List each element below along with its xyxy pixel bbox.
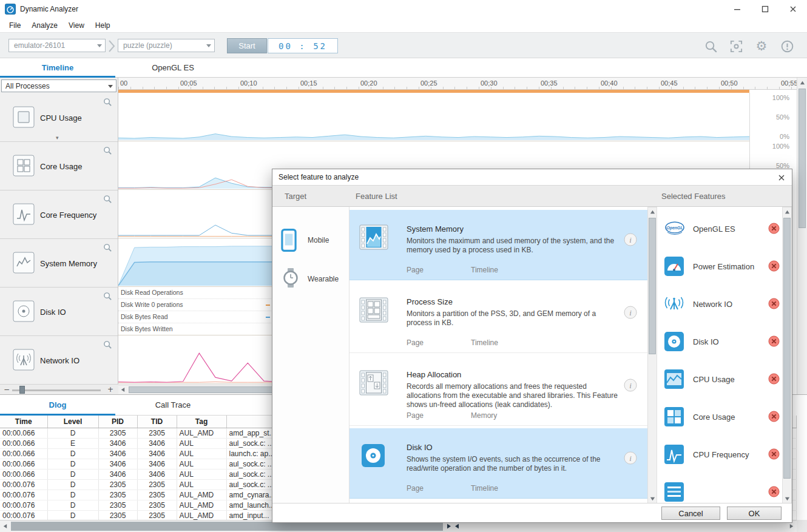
scroll-up-button[interactable] [783,207,791,217]
info-button[interactable]: i [624,379,637,392]
remove-feature-button[interactable] [768,373,780,385]
chart-sparkline [118,95,749,140]
info-button[interactable]: i [624,306,637,319]
feature-item-heap-allocation[interactable]: Heap AllocationRecords all memory alloca… [349,355,647,426]
cpu-usage-chart[interactable] [118,93,749,141]
selected-feature-opengl-es[interactable]: OpenGLOpenGL ES [659,210,782,247]
search-button[interactable] [703,38,718,54]
remove-feature-button[interactable] [768,448,780,460]
scroll-thumb[interactable] [649,218,656,354]
cancel-button[interactable]: Cancel [661,507,720,520]
scroll-thumb[interactable] [11,522,443,531]
screenshot-button[interactable] [728,38,744,54]
selected-feature-disk-io[interactable]: Disk IO [659,323,782,360]
zoom-out-button[interactable]: − [4,385,10,394]
dialog-close-button[interactable] [777,173,786,183]
info-button[interactable]: i [624,451,637,465]
scroll-left-button[interactable] [118,385,127,394]
selected-features-scrollbar[interactable] [782,207,792,504]
remove-feature-button[interactable] [768,298,780,309]
scroll-split-buttons[interactable] [446,523,460,530]
scroll-down-button[interactable] [783,494,791,503]
feature-item-system-memory[interactable]: System MemoryMonitors the maximum and us… [349,210,647,280]
log-column-header-tid[interactable]: TID [137,416,177,428]
device-select[interactable]: emulator-26101 [8,39,106,52]
timer-display: 00 : 52 [268,38,338,53]
zoom-magnifier-button[interactable] [103,146,112,155]
zoom-magnifier-button[interactable] [103,243,112,252]
sidebar-item-core-usage[interactable]: Core Usage [0,142,118,190]
target-column-header: Target [285,186,306,207]
selected-feature-core-usage[interactable]: Core Usage [659,398,782,436]
feature-item-process-size[interactable]: Process SizeMonitors a partition of the … [349,283,647,353]
selected-feature-partial[interactable] [659,473,782,504]
log-cell: D [47,469,98,479]
selected-feature-cpu-frequency[interactable]: CPU Frequency [659,436,782,473]
target-label: Wearable [308,275,339,283]
application-select[interactable]: puzzle (puzzle) [118,39,215,52]
zoom-slider-track[interactable] [12,389,101,391]
menu-item-analyze[interactable]: Analyze [26,19,63,32]
ok-button[interactable]: OK [727,507,782,520]
feature-title: Process Size [407,297,453,306]
selected-feature-label: Power Estimation [693,262,754,271]
log-tab-call-trace[interactable]: Call Trace [115,395,231,415]
sidebar-item-core-frequency[interactable]: Core Frequency [0,190,118,239]
info-button[interactable]: i [624,233,637,246]
remove-feature-button[interactable] [768,411,780,422]
sidebar-item-system-memory[interactable]: System Memory [0,239,118,288]
about-button[interactable] [779,38,795,54]
minimize-button[interactable] [723,0,751,18]
log-column-header-tag[interactable]: Tag [177,416,226,428]
zoom-magnifier-button[interactable] [103,340,112,349]
menu-item-help[interactable]: Help [90,19,116,32]
scroll-thumb[interactable] [783,218,791,479]
collapse-caret-icon[interactable]: ▾ [56,135,59,141]
close-button[interactable] [779,0,807,18]
scroll-up-button[interactable] [648,207,657,217]
log-cell: 3406 [98,469,137,479]
zoom-slider-thumb[interactable] [19,386,25,394]
log-column-header-pid[interactable]: PID [98,416,137,428]
target-wearable[interactable]: Wearable [272,263,349,297]
remove-feature-button[interactable] [768,335,780,347]
process-filter-select[interactable]: All Processes [1,79,116,92]
settings-button[interactable]: ⚙ [754,38,769,54]
log-column-header-time[interactable]: Time [0,416,47,428]
log-tab-dlog[interactable]: Dlog [0,395,115,415]
selected-feature-power-estimation[interactable]: Power Estimation [659,247,782,285]
zoom-in-button[interactable]: + [107,385,113,394]
selected-feature-cpu-usage[interactable]: CPU Usage [659,360,782,398]
start-button[interactable]: Start [227,38,267,53]
target-mobile[interactable]: Mobile [272,224,349,258]
tab-timeline[interactable]: Timeline [0,58,115,77]
app-logo-icon [5,4,16,15]
sidebar-item-cpu-usage[interactable]: CPU Usage▾ [0,93,118,142]
remove-feature-button[interactable] [768,260,780,272]
menu-item-file[interactable]: File [4,19,26,32]
feature-list-scrollbar[interactable] [647,207,657,504]
menu-item-view[interactable]: View [63,19,90,32]
feature-item-disk-io[interactable]: Disk IOShows the system I/O events, such… [349,428,647,499]
scroll-thumb[interactable] [799,89,806,228]
scroll-down-button[interactable] [648,494,657,503]
selected-feature-network-io[interactable]: Network IO [659,285,782,323]
sidebar-item-disk-io[interactable]: Disk IO [0,288,118,336]
scroll-up-button[interactable] [797,78,807,87]
zoom-magnifier-button[interactable] [103,292,112,301]
log-column-header-level[interactable]: Level [47,416,98,428]
remove-feature-button[interactable] [768,486,780,497]
log-cell: 3406 [137,469,177,479]
zoom-magnifier-button[interactable] [103,98,112,107]
feature-badge-timeline: Timeline [471,266,498,274]
sidebar-item-network-io[interactable]: Network IO [0,336,118,385]
tab-opengl-es[interactable]: OpenGL ES [115,58,231,77]
feature-title: Heap Allocation [407,370,461,379]
disk-subrow-label: Disk Write 0 perations [121,301,183,308]
log-cell: 3406 [137,438,177,448]
log-cell: 2305 [98,428,137,438]
remove-feature-button[interactable] [768,223,780,234]
scroll-left-button[interactable] [0,520,10,532]
zoom-magnifier-button[interactable] [103,195,112,204]
maximize-button[interactable] [751,0,779,18]
